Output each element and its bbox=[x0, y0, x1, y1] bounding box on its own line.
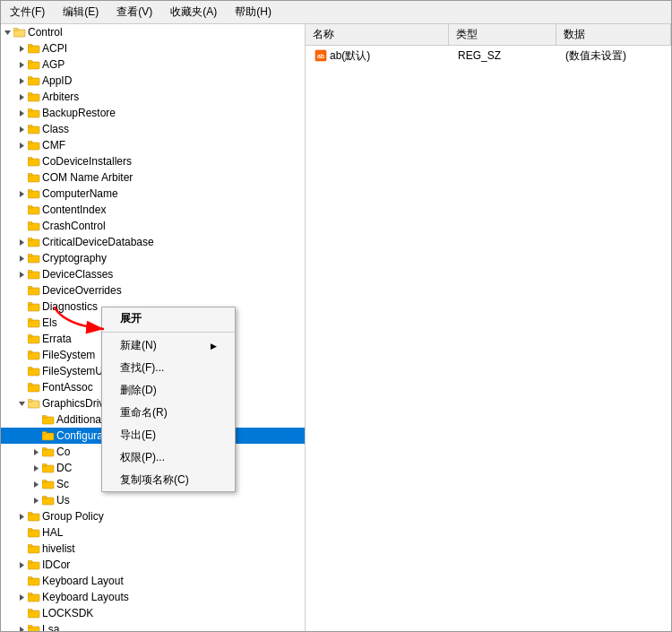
registry-row[interactable]: ab ab(默认)REG_SZ(数值未设置) bbox=[307, 48, 669, 64]
tree-item-label: Arbiters bbox=[42, 91, 79, 103]
tree-item-label: Control bbox=[28, 26, 63, 39]
svg-rect-76 bbox=[42, 497, 47, 499]
context-menu-item[interactable]: 展开 bbox=[102, 307, 235, 330]
svg-rect-5 bbox=[28, 45, 32, 48]
tree-item[interactable]: HAL bbox=[1, 524, 305, 541]
tree-arrow-icon bbox=[17, 351, 26, 359]
tree-item[interactable]: COM Name Arbiter bbox=[1, 169, 305, 186]
reg-type-cell: REG_SZ bbox=[451, 49, 558, 62]
tree-item[interactable]: CMF bbox=[1, 137, 305, 153]
tree-item[interactable]: Control bbox=[1, 24, 305, 40]
context-menu-item[interactable]: 查找(F)... bbox=[102, 357, 235, 379]
tree-item[interactable]: Class bbox=[1, 121, 305, 137]
tree-item-label: ACPI bbox=[42, 42, 67, 55]
svg-rect-70 bbox=[42, 464, 47, 467]
svg-marker-21 bbox=[20, 143, 24, 149]
context-menu: 展开新建(N)▶查找(F)...删除(D)重命名(R)导出(E)权限(P)...… bbox=[101, 307, 236, 492]
tree-item-label: Diagnostics bbox=[42, 300, 98, 313]
menu-help[interactable]: 帮助(H) bbox=[229, 3, 277, 22]
folder-icon bbox=[28, 623, 40, 631]
tree-item-label: Cryptography bbox=[42, 252, 107, 264]
svg-marker-0 bbox=[4, 30, 11, 35]
tree-item[interactable]: ComputerName bbox=[1, 186, 305, 202]
folder-icon bbox=[28, 91, 40, 103]
tree-item[interactable]: DeviceClasses bbox=[1, 266, 305, 282]
svg-rect-83 bbox=[28, 545, 32, 548]
folder-icon bbox=[28, 316, 40, 329]
tree-item[interactable]: Arbiters bbox=[1, 89, 305, 105]
tree-item-label: Class bbox=[42, 123, 69, 135]
svg-rect-17 bbox=[28, 109, 32, 112]
folder-icon bbox=[28, 333, 40, 345]
svg-rect-37 bbox=[28, 238, 32, 241]
tree-item[interactable]: Group Policy bbox=[1, 508, 305, 524]
tree-item-label: DeviceClasses bbox=[42, 268, 113, 281]
folder-icon bbox=[28, 542, 40, 555]
folder-icon bbox=[28, 203, 40, 216]
tree-item[interactable]: CoDeviceInstallers bbox=[1, 153, 305, 169]
menu-view[interactable]: 查看(V) bbox=[111, 3, 158, 22]
tree-item[interactable]: Cryptography bbox=[1, 250, 305, 266]
tree-item[interactable]: DeviceOverrides bbox=[1, 282, 305, 299]
menu-favorites[interactable]: 收藏夹(A) bbox=[165, 3, 222, 22]
tree-item[interactable]: CriticalDeviceDatabase bbox=[1, 234, 305, 250]
registry-tree-panel[interactable]: Control ACPI AGP AppID Arbiters BackupRe… bbox=[1, 24, 306, 631]
folder-icon bbox=[28, 155, 40, 168]
tree-arrow-icon bbox=[17, 576, 26, 585]
svg-rect-62 bbox=[42, 416, 47, 419]
tree-item[interactable]: IDCor bbox=[1, 557, 305, 573]
context-menu-item[interactable]: 重命名(R) bbox=[102, 402, 235, 424]
main-content: Control ACPI AGP AppID Arbiters BackupRe… bbox=[1, 24, 671, 631]
tree-item-label: FileSystem bbox=[42, 349, 95, 361]
svg-rect-8 bbox=[28, 61, 32, 64]
tree-item-label: DeviceOverrides bbox=[42, 284, 122, 297]
folder-icon bbox=[28, 74, 40, 87]
tree-arrow-icon bbox=[17, 254, 26, 263]
context-menu-item[interactable]: 复制项名称(C) bbox=[102, 469, 235, 491]
tree-item[interactable]: Us bbox=[1, 492, 305, 508]
tree-item[interactable]: LOCKSDK bbox=[1, 605, 305, 621]
tree-item-label: BackupRestore bbox=[42, 107, 116, 119]
tree-arrow-icon bbox=[17, 383, 26, 392]
tree-arrow-icon bbox=[31, 447, 40, 456]
tree-item-label: CriticalDeviceDatabase bbox=[42, 236, 154, 248]
tree-arrow-icon bbox=[17, 286, 26, 295]
col-header-data: 数据 bbox=[556, 24, 671, 45]
folder-icon bbox=[28, 252, 40, 264]
tree-item-label: ComputerName bbox=[42, 187, 118, 200]
context-menu-item[interactable]: 删除(D) bbox=[102, 379, 235, 402]
folder-icon bbox=[28, 123, 40, 135]
right-panel-header: 名称 类型 数据 bbox=[306, 24, 671, 46]
tree-arrow-icon bbox=[17, 625, 26, 631]
tree-item-label: LOCKSDK bbox=[42, 607, 93, 619]
tree-item[interactable]: ContentIndex bbox=[1, 202, 305, 218]
tree-item-label: Errata bbox=[42, 333, 72, 345]
tree-item[interactable]: Keyboard Layout bbox=[1, 573, 305, 589]
folder-icon bbox=[28, 107, 40, 119]
tree-item[interactable]: AGP bbox=[1, 56, 305, 73]
tree-item[interactable]: ACPI bbox=[1, 40, 305, 56]
svg-rect-20 bbox=[28, 126, 32, 128]
tree-item[interactable]: AppID bbox=[1, 73, 305, 89]
folder-icon bbox=[13, 26, 26, 39]
tree-arrow-icon bbox=[17, 560, 26, 569]
svg-rect-55 bbox=[28, 368, 32, 370]
folder-icon bbox=[28, 171, 40, 184]
tree-arrow-icon bbox=[17, 92, 26, 101]
tree-arrow-icon bbox=[17, 528, 26, 537]
menu-edit[interactable]: 编辑(E) bbox=[57, 3, 104, 22]
folder-icon bbox=[28, 220, 40, 232]
tree-item[interactable]: hivelist bbox=[1, 541, 305, 557]
tree-item[interactable]: Lsa bbox=[1, 621, 305, 631]
context-menu-item[interactable]: 导出(E) bbox=[102, 424, 235, 446]
svg-rect-47 bbox=[28, 303, 32, 306]
tree-item[interactable]: CrashControl bbox=[1, 218, 305, 234]
tree-arrow-icon bbox=[17, 157, 26, 166]
context-menu-item[interactable]: 新建(N)▶ bbox=[102, 334, 235, 357]
svg-rect-60 bbox=[28, 400, 32, 403]
menu-file[interactable]: 文件(F) bbox=[4, 3, 50, 22]
context-menu-item[interactable]: 权限(P)... bbox=[102, 446, 235, 469]
svg-rect-2 bbox=[13, 29, 18, 31]
tree-item[interactable]: Keyboard Layouts bbox=[1, 589, 305, 605]
tree-item[interactable]: BackupRestore bbox=[1, 105, 305, 121]
